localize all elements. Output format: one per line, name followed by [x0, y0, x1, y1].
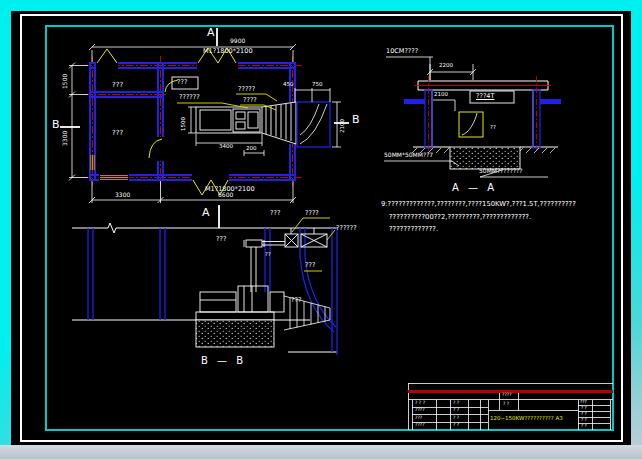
titleblock-right-row1: ? ? — [581, 406, 587, 410]
titleblock-row4-c2: ? ? — [453, 423, 459, 428]
note-line-3: ?????????????. — [389, 226, 438, 233]
titleblock-row2-c1: ???? — [415, 408, 425, 413]
dim-duct-b: 750 — [312, 82, 323, 88]
section-marker-a-top: A — [207, 27, 215, 38]
dim-machine-width: 1500 — [181, 117, 187, 131]
dim-left-upper: 1500 — [62, 74, 68, 89]
titleblock-right-row3: ? ? — [581, 418, 587, 422]
door-top-label: M1?1800*2100 — [203, 48, 253, 55]
plan-drawing — [60, 28, 349, 228]
aa-vertical-label: ?? — [490, 124, 495, 130]
dim-fan-gap: 200 — [246, 146, 257, 152]
room-label-bottom-left: ??? — [112, 130, 123, 137]
dim-machine-len: 3400 — [219, 144, 233, 150]
section-marker-b-left: B — [52, 119, 60, 130]
machine-label: ?????? — [179, 94, 200, 101]
dim-bottom-left: 3300 — [115, 192, 130, 198]
section-aa-drawing — [384, 57, 561, 177]
dim-bottom-right: 6600 — [218, 192, 233, 198]
bb-label-ceiling: ??? — [216, 236, 226, 243]
titleblock-row4-c1: ???? — [415, 423, 425, 428]
titleblock-row1-c2: ? ? — [453, 401, 459, 406]
bb-pipe-vertical-label: ?? — [265, 251, 270, 257]
aa-base-label-left: 50MM*50MM??7 — [384, 152, 433, 158]
fan-lower-label: ???? — [243, 97, 257, 104]
aa-dim-height: 2100 — [434, 92, 448, 98]
dim-total-top: 9900 — [230, 38, 245, 44]
fan-upper-label: ????? — [238, 86, 255, 93]
section-marker-b-right: B — [352, 114, 360, 125]
aa-base-label-right: 50MM???????? — [479, 168, 522, 174]
titleblock-right-row4: ? ? — [581, 424, 587, 428]
note-line-2: ??????????00??2,?????????,?????????????. — [389, 214, 531, 221]
titleblock-project-title: 120~150KW?????????? A3 — [490, 416, 563, 422]
cad-viewport: A 9900 M1?1800*2100 ??? ??? ??? ?????? ?… — [0, 0, 642, 459]
titleblock-row2-c2: ? ? — [453, 408, 459, 413]
titleblock-row3-c1: ??? — [415, 416, 422, 421]
aa-title: A — A — [452, 183, 497, 193]
bb-label-right-top: ?????? — [336, 225, 357, 232]
aa-dim-width: 2200 — [439, 63, 453, 69]
titleblock-row1-c1: ? ? ? — [415, 401, 425, 406]
dim-left-lower: 3300 — [62, 131, 68, 146]
titleblock-top-cell: ???? — [502, 393, 512, 398]
dim-shaft-height: 2100 — [340, 119, 346, 133]
legend-box-label: ??? — [177, 79, 187, 86]
titleblock-right-header: ??? — [580, 400, 587, 404]
section-bb-drawing — [72, 218, 338, 355]
titleblock-right-row2: ? ? — [581, 412, 587, 416]
drawing-linework — [0, 0, 642, 459]
titleblock-row3-c2: ? ? — [453, 416, 459, 421]
bb-label-fan: ??? — [291, 297, 301, 304]
note-line-1: 9:?????????????,????????,????150KW?,???1… — [381, 201, 576, 208]
bb-label-top-1: ??? — [270, 210, 280, 217]
bb-label-mid-right: ??? — [305, 262, 315, 269]
room-label-top-left: ??? — [112, 82, 123, 89]
bb-title: B — B — [201, 356, 246, 366]
titleblock-mid-cell: ? ? — [503, 402, 509, 407]
bb-label-top-2: ???? — [305, 210, 319, 217]
aa-weight-label: ???4T — [476, 93, 494, 100]
aa-roof-label: 10CM???? — [386, 48, 418, 55]
dim-duct-a: 450 — [283, 82, 294, 88]
section-marker-a-bottom: A — [202, 207, 210, 218]
